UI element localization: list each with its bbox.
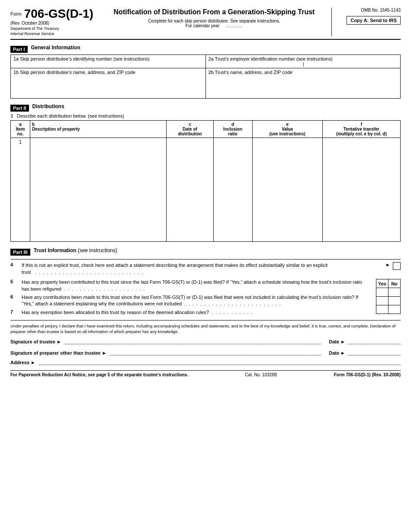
preparer-sig-line[interactable]	[110, 349, 321, 356]
question-6-row: 6 Have any contributions been made to th…	[10, 294, 369, 308]
address-row: Address ►	[10, 359, 401, 365]
col-b-header: b Description of property	[30, 121, 167, 138]
cat-text: Cat. No. 10328B	[245, 372, 277, 377]
q6-yes[interactable]	[376, 297, 389, 305]
col-c-header: c Date of distribution	[167, 121, 213, 138]
preparer-date-line[interactable]	[349, 349, 401, 356]
yes-no-container: Yes No	[372, 279, 401, 314]
q7-text: Has any exemption been allocated to this…	[22, 309, 369, 316]
dist-desc: 3 Describe each distribution below. (see…	[10, 113, 401, 119]
q4-arrow: ►	[385, 262, 390, 267]
part2-title: Distributions	[32, 103, 64, 109]
omb-text: OMB No. 1545-1143	[361, 8, 401, 13]
part2-header-row: Part II Distributions	[10, 101, 401, 112]
row1-date[interactable]	[167, 138, 213, 242]
address-label: Address ►	[10, 360, 35, 365]
copy-box: Copy A: Send to IRS	[347, 16, 401, 25]
table-row[interactable]: 1	[11, 138, 401, 242]
q7-num: 7	[10, 309, 19, 314]
field-1a-cell[interactable]: 1a Skip person distributee’s identifying…	[11, 55, 206, 68]
footer-row: For Paperwork Reduction Act Notice, see …	[10, 370, 401, 377]
q5-num: 5	[10, 279, 19, 284]
no-header: No	[389, 279, 401, 288]
part1-header-row: Part I General Information	[10, 42, 401, 53]
header-left: Form 706-GS(D-1) (Rev. October 2008) Dep…	[10, 8, 97, 36]
table-header-row: a Item no. b Description of property c D…	[11, 121, 401, 138]
row1-tentative-transfer[interactable]	[322, 138, 400, 242]
col-d-header: d Inclusion ratio	[213, 121, 252, 138]
part3-section: Part III Trust Information (see instruct…	[10, 245, 401, 316]
row1-inclusion-ratio[interactable]	[213, 138, 252, 242]
col-e-header: e Value (see instructions)	[252, 121, 322, 138]
part3-header-row: Part III Trust Information (see instruct…	[10, 245, 401, 256]
q4-num: 4	[10, 262, 19, 267]
col-a-header: a Item no.	[11, 121, 30, 138]
distributions-table: a Item no. b Description of property c D…	[10, 120, 401, 242]
q4-checkbox[interactable]	[393, 262, 401, 270]
preparer-signature-row: Signature of preparer other than trustee…	[10, 349, 401, 356]
row1-description[interactable]	[30, 138, 167, 242]
q7-yes[interactable]	[376, 305, 389, 314]
form-number-row: Form 706-GS(D-1)	[10, 8, 97, 20]
q5-text: Has any property been contributed to thi…	[22, 279, 369, 292]
distributions-section: 3 Describe each distribution below. (see…	[10, 113, 401, 242]
q5-no[interactable]	[389, 288, 401, 297]
field-1b-cell[interactable]: 1b Skip person distributee’s name, addre…	[11, 68, 206, 99]
sub-instructions: Complete for each skip person distribute…	[101, 19, 327, 28]
trustee-date-line[interactable]	[349, 338, 401, 344]
general-info-table: 1a Skip person distributee’s identifying…	[10, 54, 401, 99]
part3-label: Part III	[10, 249, 30, 256]
header-right: OMB No. 1545-1143 Copy A: Send to IRS	[331, 8, 401, 36]
header-center: Notification of Distribution From a Gene…	[97, 8, 331, 36]
field-2b-cell[interactable]: 2b Trust’s name, address, and ZIP code	[206, 68, 401, 99]
part1-title: General Information	[31, 45, 80, 51]
preparer-date-label: Date ►	[329, 350, 345, 356]
q7-no[interactable]	[389, 305, 401, 314]
main-title: Notification of Distribution From a Gene…	[101, 8, 327, 17]
field-2a-cell[interactable]: 2a Trust’s employer identification numbe…	[206, 55, 401, 68]
dept-info: Department of The Treasury Internal Reve…	[10, 26, 97, 36]
form-label: Form	[10, 11, 22, 16]
col-f-header: f Tentative transfer (multiply col. e by…	[322, 121, 400, 138]
question-7-row: 7 Has any exemption been allocated to th…	[10, 309, 369, 316]
q6-text: Have any contributions been made to this…	[22, 294, 369, 308]
part1-label: Part I	[10, 46, 28, 53]
form-number: 706-GS(D-1)	[24, 8, 93, 20]
part3-title: Trust Information (see instructions)	[34, 247, 117, 253]
footer-left-text: For Paperwork Reduction Act Notice, see …	[10, 372, 188, 377]
q6-num: 6	[10, 294, 19, 299]
trustee-date-label: Date ►	[329, 339, 345, 344]
q5-yes[interactable]	[376, 288, 389, 297]
question-4-row: 4 If this is not an explicit trust, chec…	[10, 259, 401, 276]
preparer-sig-label: Signature of preparer other than trustee…	[10, 350, 106, 356]
perjury-text: Under penalties of perjury, I declare th…	[10, 320, 401, 335]
trustee-sig-label: Signature of trustee ►	[10, 339, 61, 344]
q6-no[interactable]	[389, 297, 401, 305]
footer-right-text: Form 706-GS(D-1) (Rev. 10-2008)	[334, 372, 401, 377]
yes-header: Yes	[376, 279, 389, 288]
form-header: Form 706-GS(D-1) (Rev. October 2008) Dep…	[10, 8, 401, 40]
row1-item-num: 1	[11, 138, 30, 242]
question-5-row: 5 Has any property been contributed to t…	[10, 279, 369, 292]
row1-value[interactable]	[252, 138, 322, 242]
trustee-signature-row: Signature of trustee ► Date ►	[10, 338, 401, 344]
q4-text: If this is not an explicit trust, check …	[22, 262, 383, 276]
q567-container: 5 Has any property been contributed to t…	[10, 279, 401, 316]
q567-texts: 5 Has any property been contributed to t…	[10, 279, 369, 316]
address-line[interactable]	[39, 359, 401, 365]
rev-date: (Rev. October 2008)	[10, 21, 97, 26]
part2-label: Part II	[10, 105, 29, 112]
yes-no-table: Yes No	[376, 279, 401, 314]
trustee-sig-line[interactable]	[65, 338, 321, 344]
